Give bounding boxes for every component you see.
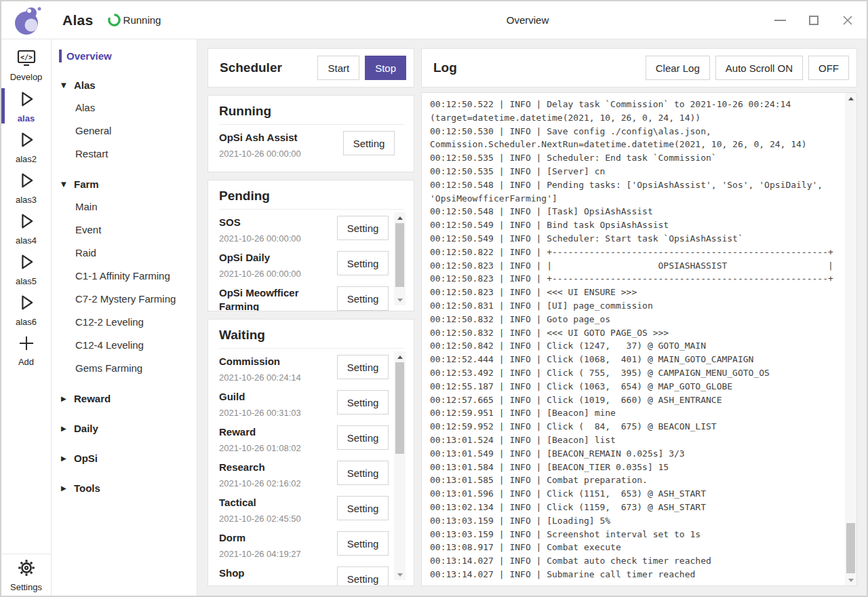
play-triangle-icon bbox=[16, 292, 37, 315]
nav-section-opsi[interactable]: ▶ OpSi bbox=[52, 446, 197, 469]
log-line: 00:13:14.027 | INFO | Submarine call tim… bbox=[430, 568, 841, 581]
plus-icon bbox=[17, 334, 36, 355]
nav-item-c12-4-leveling[interactable]: C12-4 Leveling bbox=[52, 334, 197, 357]
setting-button-tactical[interactable]: Setting bbox=[337, 496, 389, 520]
task-name: Dorm bbox=[219, 531, 301, 545]
nav-item-c1-1-affinity-farming[interactable]: C1-1 Affinity Farming bbox=[52, 265, 197, 288]
log-column: Log Clear Log Auto Scroll ON OFF 00:12:5… bbox=[421, 48, 857, 586]
sidebar-item-label: alas4 bbox=[16, 235, 37, 246]
nav-section-reward[interactable]: ▶ Reward bbox=[52, 387, 197, 410]
play-triangle-icon bbox=[16, 89, 37, 112]
setting-button-opsi-meowfficer-farming[interactable]: Setting bbox=[337, 286, 389, 311]
content-area: Scheduler Start Stop Running OpSi Ash As… bbox=[197, 39, 867, 596]
start-button[interactable]: Start bbox=[317, 56, 359, 80]
maximize-icon bbox=[809, 16, 818, 25]
close-button[interactable] bbox=[841, 14, 854, 27]
nav-section-daily[interactable]: ▶ Daily bbox=[52, 417, 197, 440]
setting-button-guild[interactable]: Setting bbox=[337, 390, 389, 415]
log-line: 00:12:50.823 | INFO | +-----------------… bbox=[430, 272, 841, 286]
sidebar-item-alas[interactable]: alas bbox=[1, 85, 51, 126]
sidebar-item-develop[interactable]: </> Develop bbox=[1, 45, 51, 85]
nav-item-event[interactable]: Event bbox=[52, 218, 197, 242]
scrollbar-thumb[interactable] bbox=[846, 523, 855, 573]
sidebar-item-alas5[interactable]: alas5 bbox=[1, 248, 51, 289]
minimize-button[interactable] bbox=[773, 14, 787, 27]
close-icon bbox=[842, 14, 854, 26]
nav-item-general[interactable]: General bbox=[52, 119, 197, 142]
scroll-up-icon[interactable] bbox=[394, 212, 406, 223]
scroll-up-icon[interactable] bbox=[845, 93, 856, 104]
autoscroll-on-button[interactable]: Auto Scroll ON bbox=[715, 56, 803, 80]
task-name: Guild bbox=[219, 390, 301, 404]
nav-item-overview[interactable]: Overview bbox=[52, 48, 197, 64]
pending-scrollbar[interactable] bbox=[394, 212, 406, 305]
app-name: Alas bbox=[62, 12, 94, 28]
instance-sidebar: </> Develop alas alas2 alas3 bbox=[1, 39, 52, 596]
log-line: 00:12:50.548 | INFO | [Task] OpsiAshAssi… bbox=[430, 205, 841, 218]
scheduler-column: Scheduler Start Stop Running OpSi Ash As… bbox=[208, 48, 414, 586]
task-next-run-time: 2021-10-26 00:31:03 bbox=[219, 408, 301, 419]
sidebar-item-label: Add bbox=[18, 357, 34, 367]
nav-item-restart[interactable]: Restart bbox=[52, 142, 197, 166]
setting-button-reward[interactable]: Setting bbox=[337, 425, 389, 450]
sidebar-item-alas6[interactable]: alas6 bbox=[1, 289, 51, 330]
clear-log-button[interactable]: Clear Log bbox=[646, 56, 710, 80]
nav-item-alas[interactable]: Alas bbox=[52, 96, 197, 119]
task-row-tactical: Tactical 2021-10-26 02:45:50 Setting bbox=[219, 490, 389, 525]
setting-button-sos[interactable]: Setting bbox=[337, 216, 389, 240]
nav-section-alas[interactable]: ▼ Alas bbox=[52, 73, 197, 96]
autoscroll-off-button[interactable]: OFF bbox=[808, 56, 849, 80]
log-line: 00:13:01.585 | INFO | Combat preparation… bbox=[430, 474, 841, 487]
nav-section-label: Tools bbox=[74, 482, 100, 494]
task-name: OpSi Daily bbox=[219, 251, 301, 265]
scroll-down-icon[interactable] bbox=[845, 575, 856, 585]
scrollbar-thumb[interactable] bbox=[395, 362, 404, 454]
maximize-button[interactable] bbox=[807, 14, 821, 27]
sidebar-item-alas3[interactable]: alas3 bbox=[1, 167, 51, 208]
sidebar-item-settings[interactable]: Settings bbox=[1, 554, 51, 596]
nav-item-gems-farming[interactable]: Gems Farming bbox=[52, 357, 197, 380]
log-line: 00:13:02.134 | INFO | Click (1159, 673) … bbox=[430, 501, 841, 514]
log-scrollbar[interactable] bbox=[845, 93, 856, 585]
add-instance-button[interactable]: Add bbox=[1, 330, 51, 370]
log-line: 00:12:52.444 | INFO | Click (1068, 401) … bbox=[430, 353, 841, 366]
setting-button-commission[interactable]: Setting bbox=[337, 355, 389, 379]
nav-item-main[interactable]: Main bbox=[52, 195, 197, 218]
play-triangle-icon bbox=[16, 170, 37, 193]
chevron-icon: ▶ bbox=[61, 455, 69, 462]
scroll-down-icon[interactable] bbox=[394, 569, 406, 580]
stop-button[interactable]: Stop bbox=[365, 56, 406, 80]
setting-button-opsi-daily[interactable]: Setting bbox=[337, 251, 389, 275]
setting-button-opsi-ash-assist[interactable]: Setting bbox=[343, 131, 395, 155]
waiting-scrollbar[interactable] bbox=[394, 351, 406, 580]
window-title: Overview bbox=[198, 14, 857, 26]
log-line: 00:13:01.549 | INFO | [BEACON_REMAIN 0.0… bbox=[430, 447, 841, 461]
log-line: 00:12:50.535 | INFO | Scheduler: End tas… bbox=[430, 151, 841, 165]
log-header: Log Clear Log Auto Scroll ON OFF bbox=[421, 48, 857, 88]
log-title: Log bbox=[433, 60, 457, 75]
nav-item-c12-2-leveling[interactable]: C12-2 Leveling bbox=[52, 311, 197, 334]
log-line: 00:13:03.159 | INFO | Screenshot interva… bbox=[430, 528, 841, 541]
task-name: Reward bbox=[219, 425, 301, 439]
nav-section-tools[interactable]: ▶ Tools bbox=[52, 476, 197, 499]
scroll-down-icon[interactable] bbox=[394, 294, 406, 305]
scroll-up-icon[interactable] bbox=[394, 351, 406, 362]
task-name: OpSi Ash Assist bbox=[219, 131, 301, 145]
waiting-task-list: Commission 2021-10-26 00:24:14 Setting G… bbox=[208, 349, 394, 585]
task-row-research: Research 2021-10-26 02:16:02 Setting bbox=[219, 455, 389, 490]
log-line: 00:13:08.917 | INFO | Combat execute bbox=[430, 541, 841, 554]
nav-section-farm[interactable]: ▼ Farm bbox=[52, 172, 197, 195]
log-line: 00:12:59.952 | INFO | Click ( 84, 675) @… bbox=[430, 420, 841, 434]
pending-panel: Pending SOS 2021-10-26 00:00:00 Setting … bbox=[208, 180, 414, 311]
setting-button-research[interactable]: Setting bbox=[337, 461, 389, 485]
scrollbar-thumb[interactable] bbox=[395, 223, 404, 287]
task-row-opsi-meowfficer-farming: OpSi Meowfficer Farming Setting bbox=[219, 280, 389, 311]
setting-button-shop[interactable]: Setting bbox=[337, 566, 389, 585]
nav-item-c7-2-mystery-farming[interactable]: C7-2 Mystery Farming bbox=[52, 288, 197, 311]
setting-button-dorm[interactable]: Setting bbox=[337, 531, 389, 556]
sidebar-item-alas4[interactable]: alas4 bbox=[1, 208, 51, 248]
status-label: Running bbox=[123, 14, 161, 26]
nav-item-raid[interactable]: Raid bbox=[52, 242, 197, 265]
sidebar-item-alas2[interactable]: alas2 bbox=[1, 126, 51, 167]
task-name: OpSi Meowfficer Farming bbox=[219, 286, 337, 311]
